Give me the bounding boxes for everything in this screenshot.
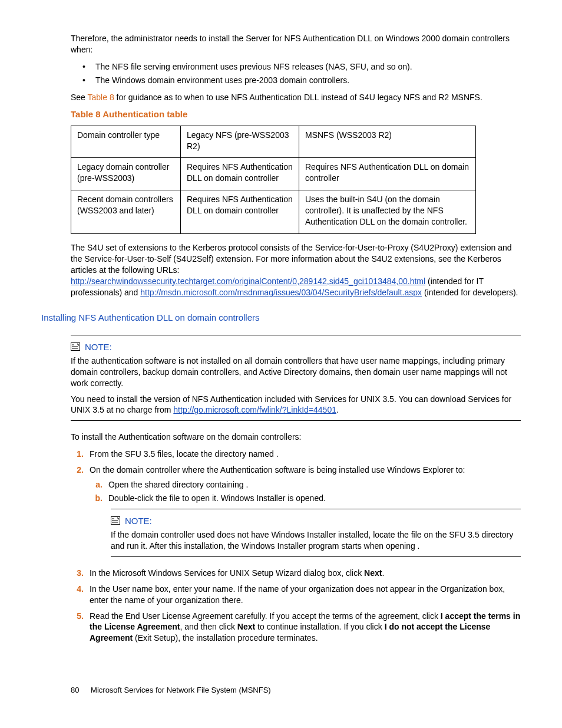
page-number: 80	[71, 685, 79, 696]
note-label: NOTE:	[85, 342, 112, 352]
authentication-table: Domain controller type Legacy NFS (pre-W…	[71, 126, 476, 234]
note-icon	[111, 516, 120, 525]
bullet-item: The Windows domain environment uses pre-…	[71, 75, 521, 86]
intro-paragraph: Therefore, the administrator needs to in…	[71, 33, 521, 55]
step-marker: 5.	[71, 611, 84, 644]
table-cell: Uses the built-in S4U (on the domain con…	[299, 190, 476, 234]
s4u-paragraph: The S4U set of extensions to the Kerbero…	[71, 242, 521, 298]
note-text: If the domain controller used does not h…	[111, 529, 521, 552]
table-cell: Legacy domain controller (pre-WSS2003)	[71, 158, 181, 190]
techtarget-link[interactable]: http://searchwindowssecurity.techtarget.…	[71, 276, 425, 286]
msdn-link[interactable]: http://msdn.microsoft.com/msdnmag/issues…	[140, 288, 422, 297]
table-cell: MSNFS (WSS2003 R2)	[299, 126, 476, 158]
chapter-title: Microsoft Services for Network File Syst…	[91, 686, 271, 694]
table-caption: Table 8 Authentication table	[71, 108, 521, 120]
step-marker: 3.	[71, 568, 84, 579]
inner-note-block: NOTE: If the domain controller used does…	[111, 509, 521, 557]
note-label: NOTE:	[125, 516, 152, 526]
table-cell: Domain controller type	[71, 126, 181, 158]
note-text: If the authentication software is not in…	[71, 355, 521, 389]
section-heading: Installing NFS Authentication DLL on dom…	[41, 312, 521, 324]
see-table-paragraph: See Table 8 for guidance as to when to u…	[71, 92, 521, 103]
install-intro: To install the Authentication software o…	[71, 431, 521, 443]
table-cell: Recent domain controllers (WSS2003 and l…	[71, 190, 181, 234]
note-text: You need to install the version of NFS A…	[71, 394, 521, 416]
table-cell: Requires NFS Authentication DLL on domai…	[181, 190, 299, 234]
step-text: In the Microsoft Windows Services for UN…	[90, 568, 521, 579]
sub-steps: a. Open the shared directory containing …	[90, 479, 521, 504]
substep-text: Double-click the file to open it. Window…	[108, 493, 521, 504]
intro-bullets: The NFS file serving environment uses pr…	[71, 61, 521, 86]
download-link[interactable]: http://go.microsoft.com/fwlink/?LinkId=4…	[173, 405, 336, 414]
table-cell: Legacy NFS (pre-WSS2003 R2)	[181, 126, 299, 158]
install-steps: 1. From the SFU 3.5 files, locate the di…	[71, 449, 521, 644]
bullet-item: The NFS file serving environment uses pr…	[71, 61, 521, 73]
step-text: From the SFU 3.5 files, locate the direc…	[90, 449, 521, 460]
note-block: NOTE: If the authentication software is …	[71, 335, 521, 421]
page-footer: 80 Microsoft Services for Network File S…	[71, 685, 521, 696]
table-cell: Requires NFS Authentication DLL on domai…	[299, 158, 476, 190]
table-cell: Requires NFS Authentication DLL on domai…	[181, 158, 299, 190]
note-icon	[71, 342, 80, 351]
step-marker: 2.	[71, 465, 84, 563]
step-text: In the User name box, enter your name. I…	[90, 584, 521, 606]
substep-text: Open the shared directory containing .	[108, 479, 521, 490]
substep-marker: a.	[90, 479, 103, 490]
step-marker: 1.	[71, 449, 84, 460]
substep-marker: b.	[90, 493, 103, 504]
table-8-link[interactable]: Table 8	[88, 93, 114, 102]
step-marker: 4.	[71, 584, 84, 606]
step-text: On the domain controller where the Authe…	[90, 465, 521, 476]
step-text: Read the End User License Agreement care…	[90, 611, 521, 644]
